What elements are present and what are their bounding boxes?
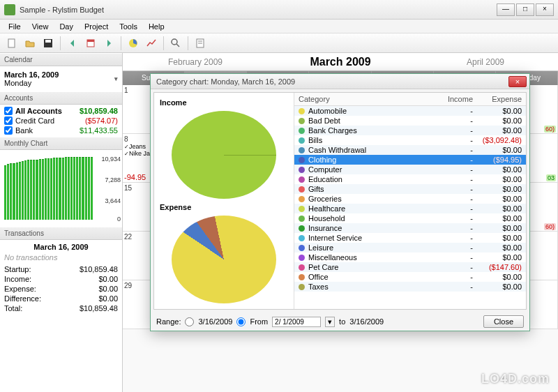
menu-view[interactable]: View [27, 21, 54, 32]
category-row[interactable]: Cash Withdrawal-$0.00 [294, 145, 526, 155]
prev-button[interactable] [65, 36, 80, 51]
transactions-panel: March 16, 2009 No transactions Startup:$… [0, 240, 122, 316]
category-row[interactable]: Office-$0.00 [294, 272, 526, 282]
category-row[interactable]: Miscellaneous-$0.00 [294, 252, 526, 262]
sidebar: Calendar March 16, 2009 Monday ▾ Account… [0, 53, 123, 392]
category-row[interactable]: Household-$0.00 [294, 213, 526, 223]
range-from-radio[interactable] [236, 317, 246, 326]
toolbar-separator [163, 36, 164, 50]
category-list[interactable]: Automobile-$0.00Bad Debt-$0.00Bank Charg… [294, 106, 526, 309]
category-name: Bad Debt [308, 116, 424, 125]
chart-bar [19, 162, 21, 220]
date-picker-icon[interactable]: ▾ [325, 317, 335, 327]
prev-month[interactable]: February 2009 [123, 57, 268, 67]
menu-project[interactable]: Project [79, 21, 114, 32]
category-expense: $0.00 [473, 204, 522, 213]
toolbar-separator [188, 36, 188, 50]
account-checkbox[interactable] [4, 116, 13, 125]
calendar-date[interactable]: March 16, 2009 Monday ▾ [0, 66, 122, 91]
toolbar-separator [121, 36, 121, 50]
category-color-icon [299, 284, 305, 290]
category-chart-dialog: Category chart: Monday, March 16, 2009 ×… [150, 73, 530, 331]
category-row[interactable]: Education-$0.00 [294, 174, 526, 184]
dialog-close-icon[interactable]: × [508, 76, 527, 87]
category-expense: $0.00 [473, 116, 522, 125]
col-income[interactable]: Income [424, 95, 473, 103]
category-row[interactable]: Bills-($3,092.48) [294, 135, 526, 145]
calendar-dropdown-icon[interactable]: ▾ [114, 75, 118, 82]
category-name: Pet Care [308, 263, 424, 271]
open-button[interactable] [22, 36, 38, 51]
category-row[interactable]: Healthcare-$0.00 [294, 204, 526, 213]
next-button[interactable] [101, 36, 116, 51]
save-button[interactable] [40, 36, 56, 51]
calendar-dow: Monday [4, 79, 59, 87]
today-button[interactable] [83, 36, 98, 51]
next-month[interactable]: April 2009 [413, 57, 558, 67]
range-single-radio[interactable] [185, 317, 194, 326]
category-color-icon [299, 186, 305, 193]
close-button[interactable]: Close [483, 315, 524, 328]
category-row[interactable]: Taxes-$0.00 [294, 282, 526, 292]
category-row[interactable]: Leisure-$0.00 [294, 243, 526, 252]
category-row[interactable]: Bad Debt-$0.00 [294, 116, 526, 126]
category-income: - [424, 224, 473, 232]
category-expense: $0.00 [473, 185, 522, 193]
category-expense: ($147.60) [473, 263, 522, 271]
account-name: Bank [15, 126, 77, 135]
category-row[interactable]: Groceries-$0.00 [294, 194, 526, 204]
monthly-chart[interactable]: 10,934 7,288 3,644 0 [0, 150, 122, 227]
accounts-all-row[interactable]: All Accounts $10,859.48 [0, 106, 122, 116]
menu-tools[interactable]: Tools [114, 21, 143, 32]
transaction-summary-line: Expense:$0.00 [4, 284, 118, 294]
accounts-all-checkbox[interactable] [4, 107, 13, 115]
accounts-list: All Accounts $10,859.48 Credit Card($574… [0, 105, 122, 137]
category-row[interactable]: Pet Care-($147.60) [294, 262, 526, 272]
category-row[interactable]: Gifts-$0.00 [294, 184, 526, 194]
category-row[interactable]: Computer-$0.00 [294, 165, 526, 174]
new-button[interactable] [4, 36, 20, 51]
category-color-icon [299, 225, 305, 232]
account-row[interactable]: Credit Card($574.07) [0, 116, 122, 126]
account-row[interactable]: Bank$11,433.55 [0, 126, 122, 135]
maximize-button[interactable]: □ [516, 3, 534, 16]
category-expense: $0.00 [473, 253, 522, 262]
transactions-panel-header: Transactions [0, 227, 122, 240]
menu-help[interactable]: Help [143, 21, 170, 32]
chart-bar [10, 163, 12, 220]
category-row[interactable]: Insurance-$0.00 [294, 223, 526, 233]
account-checkbox[interactable] [4, 126, 13, 135]
col-expense[interactable]: Expense [473, 95, 522, 103]
expense-pie-chart[interactable] [172, 216, 276, 303]
chart-bar [33, 160, 35, 220]
chart-bar [24, 160, 27, 220]
transaction-summary-line: Startup:$10,859.48 [4, 264, 118, 274]
col-category[interactable]: Category [299, 95, 424, 103]
line-chart-button[interactable] [144, 36, 159, 51]
dialog-titlebar[interactable]: Category chart: Monday, March 16, 2009 × [151, 74, 529, 89]
chart-bar [70, 157, 73, 220]
category-row[interactable]: Clothing-($94.95) [294, 155, 526, 165]
category-row[interactable]: Automobile-$0.00 [294, 106, 526, 116]
account-name: Credit Card [15, 116, 82, 125]
transaction-summary-line: Difference:$0.00 [4, 294, 118, 303]
category-color-icon [299, 108, 305, 114]
category-color-icon [299, 206, 305, 212]
search-button[interactable] [168, 36, 183, 51]
menu-file[interactable]: File [3, 21, 27, 32]
category-row[interactable]: Bank Charges-$0.00 [294, 126, 526, 135]
close-button[interactable]: × [536, 3, 554, 16]
chart-bar [39, 159, 41, 220]
menu-day[interactable]: Day [54, 21, 79, 32]
chart-bar [36, 160, 38, 220]
monthly-chart-header: Monthly Chart [0, 137, 122, 150]
category-income: - [424, 156, 473, 164]
range-from-input[interactable] [272, 317, 321, 327]
income-pie-chart[interactable] [172, 111, 276, 199]
pie-chart-button[interactable] [126, 36, 141, 51]
minimize-button[interactable]: — [497, 3, 515, 16]
category-row[interactable]: Internet Service-$0.00 [294, 233, 526, 243]
category-color-icon [299, 147, 305, 153]
chart-bar [45, 158, 47, 220]
report-button[interactable] [193, 36, 208, 51]
